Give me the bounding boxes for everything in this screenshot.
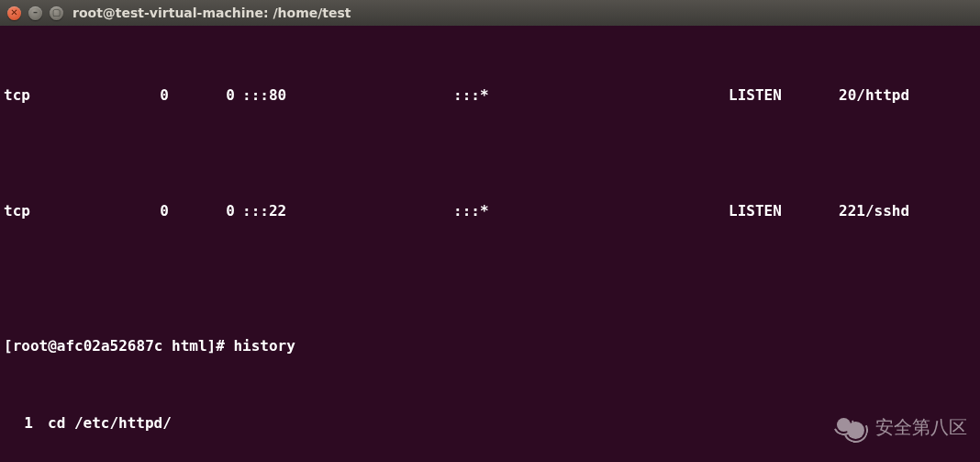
net-state: LISTEN: [729, 201, 839, 220]
netstat-blank: [4, 143, 976, 163]
net-sendq: 0: [169, 85, 242, 105]
shell-prompt: [root@afc02a52687c html]# history: [4, 336, 976, 355]
netstat-row: tcp00:::22:::*LISTEN221/sshd: [4, 201, 976, 220]
history-row: 1cd /etc/httpd/: [4, 413, 976, 433]
prompt-text: [root@afc02a52687c html]# history: [4, 337, 295, 355]
minimize-icon[interactable]: –: [28, 6, 42, 20]
maximize-icon[interactable]: ▢: [50, 6, 63, 20]
close-icon[interactable]: ✕: [7, 6, 21, 20]
netstat-blank: [4, 259, 976, 278]
net-pid: 20/httpd: [839, 85, 909, 105]
net-foreign: :::*: [453, 85, 729, 105]
netstat-row: tcp00:::80:::*LISTEN20/httpd: [4, 85, 976, 105]
net-proto: tcp: [4, 85, 95, 105]
net-local: :::22: [242, 201, 453, 220]
net-proto: tcp: [4, 201, 95, 220]
net-foreign: :::*: [453, 201, 729, 220]
window-titlebar: ✕ – ▢ root@test-virtual-machine: /home/t…: [0, 0, 980, 26]
net-recvq: 0: [95, 85, 169, 105]
net-local: :::80: [242, 85, 453, 105]
net-sendq: 0: [169, 201, 242, 220]
net-state: LISTEN: [729, 85, 839, 105]
history-cmd: cd /etc/httpd/: [48, 413, 172, 433]
terminal-output[interactable]: tcp00:::80:::*LISTEN20/httpd tcp00:::22:…: [0, 26, 980, 462]
net-pid: 221/sshd: [839, 201, 909, 220]
window-controls: ✕ – ▢: [7, 6, 63, 20]
history-num: 1: [4, 413, 48, 433]
net-recvq: 0: [95, 201, 169, 220]
window-title: root@test-virtual-machine: /home/test: [72, 4, 351, 23]
